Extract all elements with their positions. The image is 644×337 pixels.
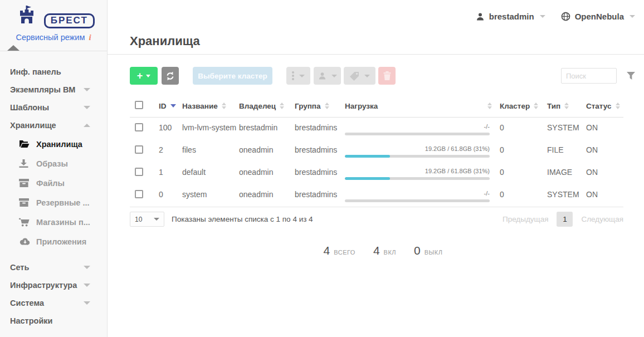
column-header-id[interactable]: ID	[159, 95, 182, 118]
sidebar-item-backups[interactable]: Резервные ...	[0, 193, 107, 212]
stat-off: 0 ВЫКЛ	[414, 244, 442, 257]
chevron-down-icon	[146, 75, 150, 77]
sort-icon	[534, 102, 538, 109]
sort-desc-icon	[170, 104, 176, 108]
chevron-down-icon	[84, 266, 90, 269]
archive-icon	[19, 178, 31, 188]
castle-logo-icon	[12, 6, 41, 23]
plus-icon: +	[137, 70, 143, 82]
column-header-cluster[interactable]: Кластер	[500, 95, 547, 118]
zone-menu[interactable]: OpenNebula	[561, 12, 635, 21]
sidebar-item-storage[interactable]: Хранилище	[0, 116, 107, 134]
chevron-down-icon	[364, 75, 370, 77]
sidebar-item-system[interactable]: Система	[0, 294, 107, 312]
load-indicator: -/-	[345, 190, 500, 202]
row-checkbox[interactable]	[135, 145, 143, 154]
chevron-down-icon	[299, 75, 305, 77]
sidebar-item-infrastructure[interactable]: Инфраструктура	[0, 276, 107, 294]
select-all-checkbox[interactable]	[135, 101, 143, 109]
chevron-down-icon	[84, 301, 90, 305]
sort-icon	[564, 102, 569, 109]
sidebar-item-marketplaces[interactable]: Магазины п...	[0, 212, 107, 232]
sidebar-menu: Инф. панель Экземпляры ВМ Шаблоны Хранил…	[0, 63, 107, 330]
chevron-up-icon	[84, 124, 90, 127]
globe-icon	[561, 12, 570, 21]
column-header-name[interactable]: Название	[182, 95, 239, 118]
row-checkbox[interactable]	[135, 190, 143, 198]
download-icon	[19, 159, 31, 169]
datastores-table: ID Название Владелец Группа Нагрузка Кла…	[130, 95, 623, 207]
trash-icon	[383, 71, 391, 80]
load-indicator: 19.2GB / 61.8GB (31%)	[345, 168, 500, 180]
folder-open-icon	[19, 139, 31, 149]
page-size-select[interactable]: 10	[130, 212, 164, 227]
zone-name: OpenNebula	[575, 12, 624, 21]
chevron-down-icon	[540, 15, 545, 18]
table-row[interactable]: 100 lvm-lvm-system brestadmin brestadmin…	[130, 118, 623, 140]
load-indicator: -/-	[345, 123, 500, 135]
app-root: БРЕСТ Сервисный режимi Инф. панель Экзем…	[0, 0, 644, 337]
chevron-down-icon	[84, 88, 90, 91]
sidebar-item-datastores[interactable]: Хранилища	[0, 134, 107, 154]
chevron-down-icon	[84, 106, 90, 109]
tag-icon	[349, 71, 359, 81]
sidebar-item-vm-instances[interactable]: Экземпляры ВМ	[0, 81, 107, 99]
cloud-download-icon	[19, 237, 31, 247]
page-title: Хранилища	[130, 34, 200, 48]
create-datastore-button[interactable]: +	[130, 67, 158, 85]
column-header-status[interactable]: Статус	[586, 95, 623, 118]
user-name: brestadmin	[489, 12, 534, 21]
prev-page-button[interactable]: Предыдущая	[502, 215, 549, 223]
sidebar-item-network[interactable]: Сеть	[0, 258, 107, 276]
search-input[interactable]	[561, 68, 617, 84]
select-cluster-button[interactable]: Выберите кластер	[193, 67, 272, 85]
datastore-stats: 4 ВСЕГО 4 ВКЛ 0 ВЫКЛ	[130, 244, 636, 257]
load-indicator: 19.2GB / 61.8GB (31%)	[345, 145, 500, 158]
sort-icon	[325, 102, 329, 109]
current-page-button[interactable]: 1	[557, 212, 573, 227]
delete-button[interactable]	[378, 67, 396, 85]
filter-funnel-icon[interactable]	[627, 72, 635, 80]
labels-button[interactable]	[344, 67, 375, 85]
chevron-down-icon	[630, 15, 635, 18]
archive-icon	[19, 198, 31, 208]
sort-icon	[280, 102, 284, 109]
table-footer: 10 Показаны элементы списка с 1 по 4 из …	[130, 212, 623, 227]
change-owner-button[interactable]	[314, 67, 341, 85]
sidebar-item-images[interactable]: Образы	[0, 154, 107, 173]
brand-logo: БРЕСТ Сервисный режимi	[0, 0, 107, 42]
table-row[interactable]: 2 files oneadmin brestadmins 19.2GB / 61…	[130, 140, 623, 162]
refresh-button[interactable]	[162, 67, 179, 85]
column-header-owner[interactable]: Владелец	[239, 95, 295, 118]
sidebar-item-templates[interactable]: Шаблоны	[0, 99, 107, 116]
info-icon[interactable]: i	[89, 33, 91, 42]
toolbar: + Выберите кластер	[130, 67, 636, 85]
column-header-group[interactable]: Группа	[295, 95, 345, 118]
chevron-down-icon	[331, 75, 337, 77]
sidebar-divider	[0, 51, 107, 51]
sort-icon	[222, 102, 226, 109]
column-header-type[interactable]: Тип	[547, 95, 586, 118]
sidebar-item-settings[interactable]: Настройки	[0, 312, 107, 330]
top-header: brestadmin OpenNebula Хранилища	[108, 0, 644, 55]
stat-total: 4 ВСЕГО	[324, 244, 355, 257]
chevron-down-icon	[154, 218, 159, 221]
row-checkbox[interactable]	[135, 123, 143, 131]
row-checkbox[interactable]	[135, 168, 143, 176]
sidebar: БРЕСТ Сервисный режимi Инф. панель Экзем…	[0, 0, 108, 337]
list-info: Показаны элементы списка с 1 по 4 из 4	[172, 215, 313, 223]
ellipsis-v-icon	[292, 71, 294, 80]
sidebar-item-apps[interactable]: Приложения	[0, 232, 107, 251]
table-row[interactable]: 1 default oneadmin brestadmins 19.2GB / …	[130, 162, 623, 184]
more-actions-button[interactable]	[286, 67, 310, 85]
next-page-button[interactable]: Следующая	[581, 215, 623, 223]
user-menu[interactable]: brestadmin	[476, 12, 545, 21]
stat-on: 4 ВКЛ	[373, 244, 396, 257]
sidebar-item-files[interactable]: Файлы	[0, 173, 107, 193]
collapse-sidebar-icon[interactable]	[7, 45, 19, 51]
user-icon	[318, 72, 326, 80]
table-row[interactable]: 0 system oneadmin brestadmins -/- 0 SYST…	[130, 184, 623, 207]
sidebar-item-dashboard[interactable]: Инф. панель	[0, 63, 107, 81]
column-header-load[interactable]: Нагрузка	[345, 95, 500, 118]
refresh-icon	[165, 71, 175, 81]
